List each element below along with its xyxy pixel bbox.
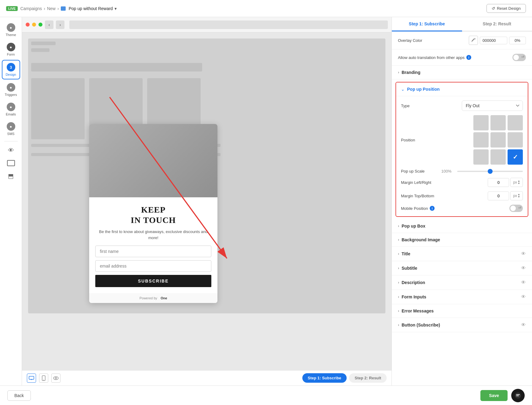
sidebar-item-theme[interactable]: ● Theme: [2, 21, 20, 39]
popup-box-header[interactable]: › Pop up Box: [392, 219, 532, 233]
title-accordion: › Title 👁: [392, 247, 532, 261]
reset-icon: ↺: [492, 6, 495, 11]
description-header[interactable]: › Description 👁: [392, 275, 532, 290]
pos-cell-2[interactable]: [508, 115, 523, 130]
popup-subscribe-button[interactable]: SUBSCRIBE: [95, 275, 211, 287]
margin-lr-label: Margin Left/Right: [401, 180, 431, 185]
title-eye-icon[interactable]: 👁: [521, 251, 526, 257]
auto-translation-toggle[interactable]: off: [512, 54, 526, 61]
pos-cell-7[interactable]: [490, 149, 506, 165]
pos-cell-6[interactable]: [473, 149, 489, 165]
desktop-view-button[interactable]: [27, 374, 36, 383]
form-inputs-header[interactable]: › Form Inputs 👁: [392, 290, 532, 304]
subtitle-header[interactable]: › Subtitle 👁: [392, 261, 532, 275]
branding-accordion-header[interactable]: › Branding: [392, 66, 532, 79]
chat-button[interactable]: [511, 389, 525, 402]
button-subscribe-eye-icon[interactable]: 👁: [521, 322, 526, 328]
tab-step-subscribe[interactable]: Step 1: Subscribe: [392, 17, 462, 31]
breadcrumb-campaigns[interactable]: Campaigns: [20, 6, 42, 11]
error-messages-header[interactable]: › Error Messages: [392, 304, 532, 318]
emails-icon: ●: [7, 103, 15, 111]
back-button[interactable]: Back: [7, 390, 31, 401]
description-eye-icon[interactable]: 👁: [521, 280, 526, 285]
bg-image-header[interactable]: › Background Image: [392, 233, 532, 246]
svg-point-8: [55, 377, 57, 379]
color-swatch[interactable]: [469, 36, 478, 45]
popup-email-input[interactable]: [95, 260, 211, 272]
sidebar-item-design[interactable]: 3 Design: [2, 60, 20, 79]
scale-row: Pop up Scale 100%: [401, 169, 523, 173]
button-subscribe-label: Button (Subscribe): [402, 323, 440, 327]
position-label: Position: [401, 138, 415, 142]
mobile-view-button[interactable]: [39, 374, 48, 383]
margin-tb-label: Margin Top/Bottom: [401, 194, 434, 198]
sidebar-item-doc[interactable]: [2, 158, 20, 169]
canvas-step2-button[interactable]: Step 2: Result: [349, 373, 387, 383]
pos-cell-5[interactable]: [508, 132, 523, 148]
opacity-input[interactable]: 0%: [509, 37, 526, 44]
eye-view-button[interactable]: [51, 374, 60, 383]
breadcrumb-dropdown-icon[interactable]: ▾: [115, 6, 117, 11]
button-subscribe-header[interactable]: › Button (Subscribe) 👁: [392, 318, 532, 332]
nav-back-button[interactable]: ‹: [45, 20, 53, 29]
description-accordion-title: › Description: [398, 280, 425, 285]
sidebar-item-preview[interactable]: 👁: [2, 144, 20, 156]
sidebar-item-form[interactable]: ● Form: [2, 40, 20, 59]
mobile-position-info-icon[interactable]: i: [430, 206, 435, 211]
pos-cell-4[interactable]: [490, 132, 506, 148]
pos-cell-1[interactable]: [490, 115, 506, 130]
scale-slider[interactable]: [457, 171, 523, 172]
scale-label: Pop up Scale: [401, 169, 438, 173]
pos-cell-0[interactable]: [473, 115, 489, 130]
popup-image-overlay: [89, 124, 217, 197]
pos-cell-8[interactable]: [508, 149, 523, 165]
color-hex-input[interactable]: 000000: [480, 37, 507, 44]
ph-1: [31, 42, 56, 45]
auto-translation-info-icon[interactable]: i: [466, 55, 471, 60]
form-inputs-accordion-title: › Form Inputs: [398, 294, 426, 299]
sidebar-item-sms[interactable]: ● SMS: [2, 120, 20, 138]
overlay-color-label: Overlay Color: [398, 38, 422, 43]
subtitle-chevron-icon: ›: [398, 266, 399, 270]
sidebar-item-emails[interactable]: ● Emails: [2, 100, 20, 119]
title-header[interactable]: › Title 👁: [392, 247, 532, 261]
bg-image-title: › Background Image: [398, 237, 440, 242]
margin-lr-stepper[interactable]: ▲ ▼: [518, 180, 520, 185]
margin-lr-input[interactable]: 0: [488, 178, 509, 187]
reset-design-button[interactable]: ↺ Reset Design: [486, 4, 526, 13]
form-inputs-eye-icon[interactable]: 👁: [521, 294, 526, 300]
branding-chevron-icon: ›: [398, 70, 399, 75]
branding-accordion: › Branding: [392, 66, 532, 79]
margin-tb-input[interactable]: 0: [488, 192, 509, 200]
nav-forward-button[interactable]: ›: [56, 20, 64, 29]
stepper-down-icon[interactable]: ▼: [518, 182, 520, 185]
popup-title: KEEP IN TOUCH: [95, 205, 211, 225]
canvas-bottom-left: [27, 374, 60, 383]
save-button[interactable]: Save: [480, 390, 508, 401]
canvas-step1-button[interactable]: Step 1: Subscribe: [302, 373, 347, 383]
popup-powered: Powered by One: [89, 293, 217, 303]
error-messages-accordion-title: › Error Messages: [398, 308, 434, 313]
mobile-position-row: Mobile Position i off: [401, 205, 523, 212]
margin-tb-stepper[interactable]: ▲ ▼: [518, 193, 520, 198]
breadcrumb-current[interactable]: Pop up without Reward: [69, 6, 113, 11]
subtitle-eye-icon[interactable]: 👁: [521, 265, 526, 271]
popup-firstname-input[interactable]: [95, 246, 211, 257]
description-accordion: › Description 👁: [392, 275, 532, 290]
pos-cell-3[interactable]: [473, 132, 489, 148]
error-messages-accordion: › Error Messages: [392, 304, 532, 318]
canvas-inner: KEEP IN TOUCH Be the first to know about…: [28, 38, 385, 313]
popup-position-header[interactable]: ⌄ Pop up Position: [396, 82, 528, 96]
bg-image-accordion: › Background Image: [392, 233, 532, 247]
breadcrumb-new[interactable]: New: [47, 6, 56, 11]
mobile-position-text: Mobile Position: [401, 206, 428, 211]
stepper-down-icon2[interactable]: ▼: [518, 196, 520, 198]
mobile-position-toggle[interactable]: off: [509, 205, 523, 212]
popup-subtitle: Be the first to know about giveaways, ex…: [95, 229, 211, 241]
sidebar-item-export[interactable]: ⬒: [2, 170, 20, 182]
sidebar-item-triggers[interactable]: ● Triggers: [2, 81, 20, 99]
tab-step-result[interactable]: Step 2: Result: [462, 17, 532, 31]
error-messages-chevron-icon: ›: [398, 309, 399, 313]
type-select[interactable]: Fly Out Modal Bar Full Screen: [462, 100, 523, 111]
svg-point-7: [53, 377, 58, 380]
